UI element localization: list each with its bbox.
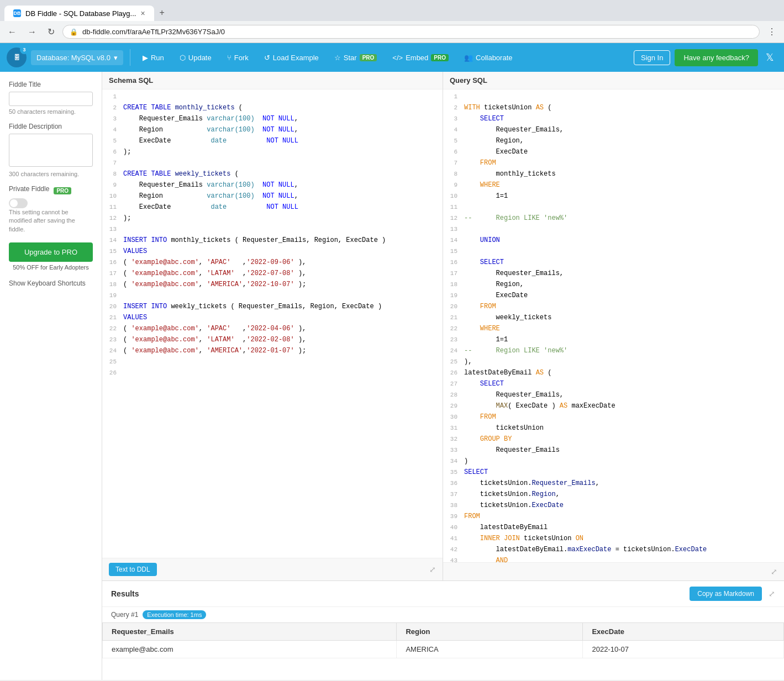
embed-pro-badge: PRO <box>431 54 449 61</box>
code-line: 23 1=1 <box>443 335 784 346</box>
collaborate-icon: 👥 <box>464 54 473 62</box>
private-fiddle-section: Private Fiddle PRO This setting cannot b… <box>9 185 93 234</box>
update-label: Update <box>188 54 212 62</box>
code-line: 28 Requester_Emails, <box>443 390 784 401</box>
feedback-btn[interactable]: Have any feedback? <box>675 49 758 66</box>
code-line: 11 ExecDate date NOT NULL <box>102 202 443 213</box>
tab-favicon: DB <box>13 9 21 17</box>
query-label-row: Query #1 Execution time: 1ms <box>102 607 784 622</box>
fiddle-desc-input[interactable] <box>9 134 93 167</box>
update-icon: ⬡ <box>180 54 186 62</box>
fiddle-title-hint: 50 characters remaining. <box>9 108 93 115</box>
results-table: Requester_Emails Region ExecDate example… <box>102 622 784 658</box>
code-line: 10 Region varchar(100) NOT NULL, <box>102 191 443 202</box>
db-logo: 🗄 3 <box>7 47 27 67</box>
code-line: 15VALUES <box>102 246 443 257</box>
code-line: 22 WHERE <box>443 324 784 335</box>
star-btn[interactable]: ☆ Star PRO <box>329 50 383 65</box>
code-line: 12-- Region LIKE 'new%' <box>443 213 784 224</box>
col-header-execdate: ExecDate <box>583 623 784 641</box>
results-expand-icon[interactable]: ⤢ <box>769 589 775 598</box>
new-tab-btn[interactable]: + <box>154 4 170 21</box>
browser-tab[interactable]: DB DB Fiddle - SQL Database Playg... × <box>4 6 154 21</box>
schema-code-editor[interactable]: 1 2CREATE TABLE monthly_tickets ( 3 Requ… <box>102 89 443 558</box>
keyboard-shortcuts-link[interactable]: Show Keyboard Shortcuts <box>9 279 93 287</box>
code-line: 5 ExecDate date NOT NULL <box>102 136 443 147</box>
twitter-btn[interactable]: 𝕏 <box>762 48 777 67</box>
code-line: 33 Requester_Emails <box>443 445 784 456</box>
nav-refresh-btn[interactable]: ↻ <box>44 24 58 39</box>
cell-requester-emails: example@abc.com <box>103 641 397 658</box>
private-toggle[interactable] <box>9 198 28 208</box>
code-line: 21VALUES <box>102 313 443 324</box>
code-line: 12); <box>102 213 443 224</box>
fork-btn[interactable]: ⑂ Fork <box>222 50 254 65</box>
code-line: 13 <box>102 224 443 235</box>
code-line: 25 <box>102 357 443 368</box>
code-line: 7 FROM <box>443 158 784 169</box>
code-line: 6 ExecDate <box>443 147 784 158</box>
tab-title: DB Fiddle - SQL Database Playg... <box>25 9 136 18</box>
code-line: 10 1=1 <box>443 191 784 202</box>
code-line: 8 monthly_tickets <box>443 169 784 180</box>
address-text: db-fiddle.com/f/araAeTfLPr32Mv636Y7SaJ/0 <box>82 28 753 36</box>
sign-in-btn[interactable]: Sign In <box>634 50 670 65</box>
private-pro-badge: PRO <box>54 187 71 194</box>
col-header-requester-emails: Requester_Emails <box>103 623 397 641</box>
address-bar[interactable]: 🔒 db-fiddle.com/f/araAeTfLPr32Mv636Y7SaJ… <box>62 25 760 39</box>
copy-markdown-btn[interactable]: Copy as Markdown <box>690 587 762 601</box>
code-line: 1 <box>443 92 784 103</box>
run-icon: ▶ <box>143 54 148 62</box>
code-line: 9 WHERE <box>443 180 784 191</box>
code-line: 26latestDateByEmail AS ( <box>443 368 784 379</box>
query-panel-header: Query SQL <box>443 72 784 89</box>
code-line: 4 Requester_Emails, <box>443 125 784 136</box>
text-to-ddl-btn[interactable]: Text to DDL <box>109 563 157 576</box>
star-label: Star <box>344 54 357 62</box>
schema-panel: Schema SQL 1 2CREATE TABLE monthly_ticke… <box>102 72 443 580</box>
browser-chrome: DB DB Fiddle - SQL Database Playg... × + <box>0 0 784 21</box>
content-area: Schema SQL 1 2CREATE TABLE monthly_ticke… <box>102 72 784 680</box>
db-selector-btn[interactable]: Database: MySQL v8.0 ▾ <box>31 50 123 65</box>
code-line: 40 latestDateByEmail <box>443 522 784 534</box>
code-line: 3 SELECT <box>443 114 784 125</box>
update-btn[interactable]: ⬡ Update <box>174 50 217 65</box>
code-line: 18 Region, <box>443 279 784 291</box>
db-selector-chevron: ▾ <box>114 54 118 62</box>
load-example-label: Load Example <box>273 54 319 62</box>
star-icon: ☆ <box>334 54 341 62</box>
query-number-label: Query #1 <box>111 611 138 619</box>
code-line: 18( 'example@abc.com', 'AMERICA','2022-1… <box>102 279 443 291</box>
main-layout: Fiddle Title 50 characters remaining. Fi… <box>0 72 784 680</box>
query-panel: Query SQL 1 2WITH ticketsUnion AS ( 3 SE… <box>443 72 784 580</box>
upgrade-btn[interactable]: Upgrade to PRO <box>9 242 93 262</box>
code-line: 17 Requester_Emails, <box>443 268 784 279</box>
fiddle-title-input[interactable] <box>9 92 93 106</box>
extensions-btn[interactable]: ⋮ <box>764 24 780 39</box>
query-panel-footer: ⤢ <box>443 562 784 580</box>
collaborate-btn[interactable]: 👥 Collaborate <box>459 50 518 65</box>
code-line: 19 <box>102 291 443 302</box>
table-row: example@abc.com AMERICA 2022-10-07 <box>103 641 784 658</box>
code-line: 24( 'example@abc.com', 'AMERICA','2022-0… <box>102 346 443 357</box>
query-code-editor[interactable]: 1 2WITH ticketsUnion AS ( 3 SELECT 4 Req… <box>443 89 784 562</box>
nav-forward-btn[interactable]: → <box>24 25 40 39</box>
code-line: 27 SELECT <box>443 379 784 390</box>
code-line: 37 ticketsUnion.Region, <box>443 489 784 500</box>
nav-back-btn[interactable]: ← <box>4 25 20 39</box>
run-btn[interactable]: ▶ Run <box>137 50 170 65</box>
code-line: 14INSERT INTO monthly_tickets ( Requeste… <box>102 235 443 246</box>
code-line: 26 <box>102 368 443 379</box>
results-table-body: example@abc.com AMERICA 2022-10-07 <box>103 641 784 658</box>
fiddle-desc-hint: 300 characters remaining. <box>9 171 93 177</box>
schema-expand-icon[interactable]: ⤢ <box>429 565 436 574</box>
code-line: 31 ticketsUnion <box>443 423 784 434</box>
discount-text: 50% OFF for Early Adopters <box>9 264 93 271</box>
tab-close-btn[interactable]: × <box>140 9 145 18</box>
embed-btn[interactable]: </> Embed PRO <box>387 50 454 65</box>
query-expand-icon[interactable]: ⤢ <box>771 567 777 576</box>
fiddle-desc-label: Fiddle Description <box>9 123 93 130</box>
results-title: Results <box>111 589 139 598</box>
code-line: 5 Region, <box>443 136 784 147</box>
load-example-btn[interactable]: ↺ Load Example <box>259 50 324 65</box>
